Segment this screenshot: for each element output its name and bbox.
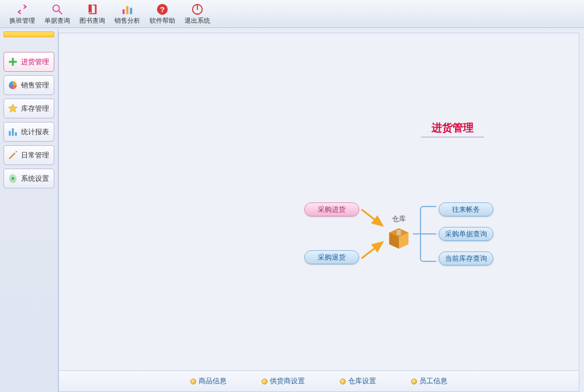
bottom-link-staff[interactable]: 员工信息 [411,376,447,386]
pencil-icon [8,150,18,160]
plus-icon [8,57,18,67]
arrow-icon [360,207,386,230]
content-area: 进货管理 采购进货 采购退货 往来帐务 采购单据查询 当前库存查询 仓库 商品信… [58,33,579,392]
sidebar-item-reports[interactable]: 统计报表 [4,122,54,142]
chart-icon [121,3,134,16]
sidebar-item-label: 库存管理 [21,104,49,114]
box-icon [386,224,412,250]
bubble-purchase-query[interactable]: 采购单据查询 [439,227,493,241]
sidebar-item-label: 系统设置 [21,174,49,184]
sidebar-item-label: 进货管理 [21,57,49,67]
bottom-bar: 商品信息 供货商设置 仓库设置 员工信息 [59,370,579,391]
bubble-purchase-in[interactable]: 采购进货 [304,202,359,216]
dot-icon [340,379,346,384]
bubble-accounts[interactable]: 往来帐务 [439,202,493,216]
sidebar-item-label: 销售管理 [21,80,49,90]
toolbar-help[interactable]: ? 软件帮助 [147,2,178,26]
sidebar-item-purchase[interactable]: 进货管理 [4,52,54,72]
toolbar-exit[interactable]: 退出系统 [182,2,213,26]
sidebar: 进货管理 销售管理 库存管理 统计报表 日常管理 系统设置 [0,28,58,392]
svg-rect-14 [15,132,17,136]
gear-icon [8,173,18,184]
sidebar-item-label: 统计报表 [21,127,49,137]
svg-rect-13 [12,128,14,136]
toolbar-label: 退出系统 [185,16,210,25]
warehouse-label: 仓库 [386,214,412,224]
top-toolbar: 换班管理 单据查询 图书查询 销售分析 ? 软件帮助 退出系统 [0,0,584,28]
book-icon [86,3,99,16]
toolbar-label: 销售分析 [114,16,140,25]
help-icon: ? [156,3,169,16]
bubble-stock-query[interactable]: 当前库存查询 [439,251,493,265]
svg-text:?: ? [160,5,165,13]
svg-rect-10 [9,61,17,63]
bracket-mid [420,233,436,235]
bars-icon [8,127,18,137]
ball-icon [8,80,18,90]
toolbar-label: 换班管理 [9,16,35,25]
toolbar-label: 单据查询 [44,16,70,25]
warehouse-node: 仓库 [386,214,412,251]
exit-icon [191,3,204,16]
svg-rect-2 [123,9,125,14]
toolbar-doc-query[interactable]: 单据查询 [42,2,72,26]
svg-rect-16 [397,230,401,235]
sidebar-item-stock[interactable]: 库存管理 [4,99,54,118]
toolbar-sales-analysis[interactable]: 销售分析 [112,2,142,26]
toolbar-label: 图书查询 [79,16,105,25]
svg-rect-8 [197,4,198,9]
sidebar-item-sales[interactable]: 销售管理 [4,75,54,95]
dot-icon [411,379,417,384]
search-icon [51,3,64,16]
toolbar-book-query[interactable]: 图书查询 [77,2,107,26]
bottom-link-product[interactable]: 商品信息 [190,376,227,386]
toolbar-shift-mgmt[interactable]: 换班管理 [7,2,37,26]
sidebar-item-label: 日常管理 [21,150,49,160]
sidebar-handle [4,32,54,37]
swap-icon [16,3,29,16]
bubble-purchase-return[interactable]: 采购退货 [304,250,359,264]
svg-line-1 [59,10,62,14]
dot-icon [190,379,196,384]
sidebar-item-daily[interactable]: 日常管理 [4,145,54,165]
bottom-link-warehouse[interactable]: 仓库设置 [340,376,376,386]
page-title: 进货管理 [421,121,484,138]
sidebar-item-settings[interactable]: 系统设置 [4,169,54,188]
bottom-link-supplier[interactable]: 供货商设置 [262,376,305,386]
svg-rect-12 [9,131,11,136]
dot-icon [262,379,267,384]
star-icon [8,103,18,114]
arrow-icon [360,237,386,261]
svg-rect-4 [130,8,133,14]
svg-rect-3 [126,6,128,14]
svg-point-0 [53,5,60,11]
toolbar-label: 软件帮助 [150,16,175,25]
